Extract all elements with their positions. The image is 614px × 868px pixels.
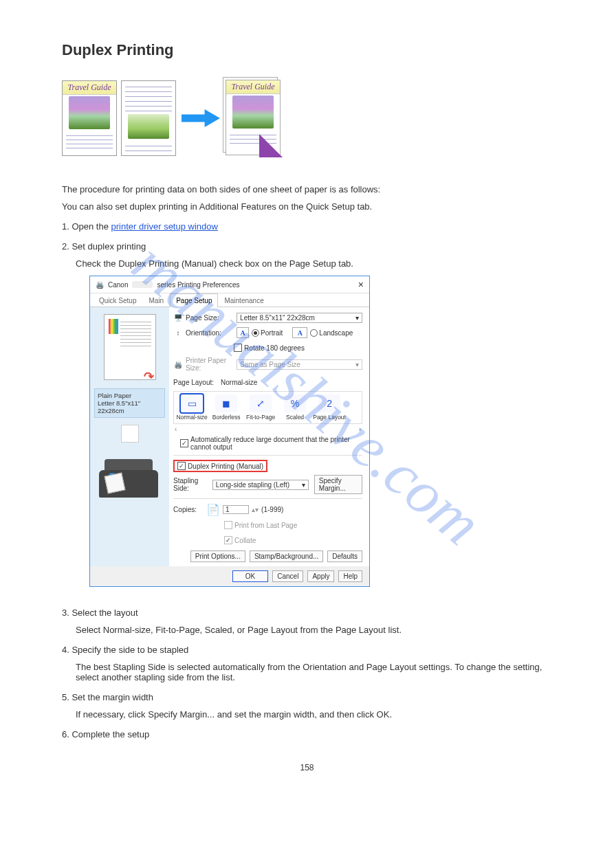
- tab-quick-setup[interactable]: Quick Setup: [93, 293, 142, 307]
- rotate-180-checkbox[interactable]: Rotate 180 degrees: [234, 344, 305, 352]
- illust-page-front: Travel Guide: [62, 80, 117, 156]
- printer-paper-select: Same as Page Size▾: [237, 359, 362, 370]
- scroll-left-icon[interactable]: ‹: [175, 425, 177, 433]
- orientation-icon: ↕: [173, 328, 183, 337]
- layout-fit-to-page[interactable]: ⤢Fit-to-Page: [244, 394, 277, 421]
- portrait-icon: A: [237, 327, 249, 338]
- page-title: Duplex Printing: [62, 41, 552, 59]
- print-last-page-checkbox: Print from Last Page: [224, 521, 297, 529]
- defaults-button[interactable]: Defaults: [327, 550, 362, 562]
- duplex-illustration: Travel Guide Travel Guide: [62, 80, 552, 157]
- step-5-body: If necessary, click Specify Margin... an…: [76, 709, 552, 720]
- stapling-side-label: Stapling Side:: [173, 477, 210, 492]
- layout-normal-size[interactable]: ▭Normal-size: [175, 394, 208, 421]
- layout-borderless[interactable]: ◼Borderless: [210, 394, 243, 421]
- dialog-title-suffix: series Printing Preferences: [157, 281, 239, 289]
- illust-header: Travel Guide: [63, 81, 116, 95]
- chevron-down-icon: ▾: [302, 481, 305, 489]
- page-layout-label: Page Layout:: [173, 379, 214, 386]
- page-size-select[interactable]: Letter 8.5"x11" 22x28cm▾: [237, 313, 362, 323]
- copies-label: Copies:: [173, 506, 204, 513]
- specify-margin-button[interactable]: Specify Margin...: [314, 475, 362, 494]
- also-set-hint: You can also set duplex printing in Addi…: [62, 201, 552, 212]
- illust-header-2: Travel Guide: [226, 80, 280, 94]
- stapling-side-select[interactable]: Long-side stapling (Left)▾: [212, 480, 309, 490]
- duplex-printing-checkbox[interactable]: Duplex Printing (Manual): [177, 462, 263, 470]
- preview-paper-size: Letter 8.5"x11" 22x28cm: [98, 399, 162, 414]
- page-size-label: Page Size:: [186, 314, 234, 322]
- step-2-body: Check the Duplex Printing (Manual) check…: [76, 258, 552, 269]
- monitor-icon: 🖥️: [173, 313, 183, 322]
- step-1-title: 1. Open the printer driver setup window: [62, 221, 552, 232]
- auto-reduce-checkbox[interactable]: Automatically reduce large document that…: [180, 436, 362, 451]
- landscape-icon: A: [292, 327, 307, 338]
- printer-small-icon: 🖨️: [173, 359, 183, 369]
- driver-setup-link[interactable]: printer driver setup window: [111, 221, 218, 232]
- preview-paper-type: Plain Paper: [98, 392, 162, 399]
- print-options-button[interactable]: Print Options...: [190, 550, 245, 562]
- printer-illustration: ⬇: [99, 449, 161, 498]
- printing-preferences-dialog: 🖨️ Canon series Printing Preferences × Q…: [89, 276, 370, 587]
- scroll-right-icon[interactable]: ›: [359, 425, 361, 433]
- step-3-title: 3. Select the layout: [62, 608, 552, 618]
- svg-marker-0: [182, 109, 220, 127]
- blank-preview-box: [121, 425, 139, 443]
- orientation-portrait-radio[interactable]: Portrait: [252, 329, 283, 337]
- procedure-intro: The procedure for printing data on both …: [62, 184, 552, 194]
- close-icon[interactable]: ×: [358, 279, 364, 290]
- copies-spin-icon[interactable]: ▴▾: [252, 506, 259, 513]
- paper-info-box: Plain Paper Letter 8.5"x11" 22x28cm: [94, 388, 165, 418]
- cancel-button[interactable]: Cancel: [272, 570, 303, 582]
- step-6-title: 6. Complete the setup: [62, 729, 552, 739]
- illust-folded-output: Travel Guide: [226, 80, 282, 157]
- tab-page-setup[interactable]: Page Setup: [170, 293, 218, 307]
- copies-range: (1-999): [261, 506, 283, 513]
- help-button[interactable]: Help: [338, 570, 362, 582]
- printer-paper-label: Printer Paper Size:: [186, 357, 234, 372]
- arrow-right-icon: [180, 109, 221, 128]
- page-number: 158: [300, 763, 314, 772]
- illust-page-back: [121, 80, 176, 156]
- step-2-title: 2. Set duplex printing: [62, 241, 552, 252]
- tab-main[interactable]: Main: [142, 293, 170, 307]
- page-layout-value: Normal-size: [221, 379, 257, 386]
- redacted-model: [132, 281, 153, 288]
- step-4-body: The best Stapling Side is selected autom…: [76, 662, 552, 682]
- chevron-down-icon: ▾: [355, 314, 359, 322]
- step-5-title: 5. Set the margin width: [62, 692, 552, 702]
- stamp-background-button[interactable]: Stamp/Background...: [250, 550, 323, 562]
- duplex-highlight: Duplex Printing (Manual): [173, 460, 267, 472]
- copies-icon: 📄: [206, 503, 220, 516]
- printer-icon: 🖨️: [96, 281, 104, 289]
- orientation-landscape-radio[interactable]: Landscape: [310, 329, 353, 337]
- page-layout-list[interactable]: ▭Normal-size ◼Borderless ⤢Fit-to-Page %S…: [173, 391, 362, 424]
- step-4-title: 4. Specify the side to be stapled: [62, 645, 552, 655]
- collate-checkbox: Collate: [224, 536, 256, 544]
- layout-page-layout[interactable]: 2Page Layout: [313, 394, 346, 421]
- tab-bar: Quick Setup Main Page Setup Maintenance: [90, 293, 369, 307]
- ok-button[interactable]: OK: [232, 570, 268, 582]
- orientation-label: Orientation:: [186, 329, 234, 337]
- chevron-down-icon: ▾: [355, 361, 359, 368]
- layout-scaled[interactable]: %Scaled: [278, 394, 311, 421]
- apply-button[interactable]: Apply: [307, 570, 334, 582]
- flip-arrow-icon: ↷: [144, 369, 154, 384]
- tab-maintenance[interactable]: Maintenance: [218, 293, 270, 307]
- copies-input[interactable]: 1: [223, 505, 249, 514]
- dialog-title-prefix: Canon: [108, 281, 128, 289]
- step-3-body: Select Normal-size, Fit-to-Page, Scaled,…: [76, 625, 552, 635]
